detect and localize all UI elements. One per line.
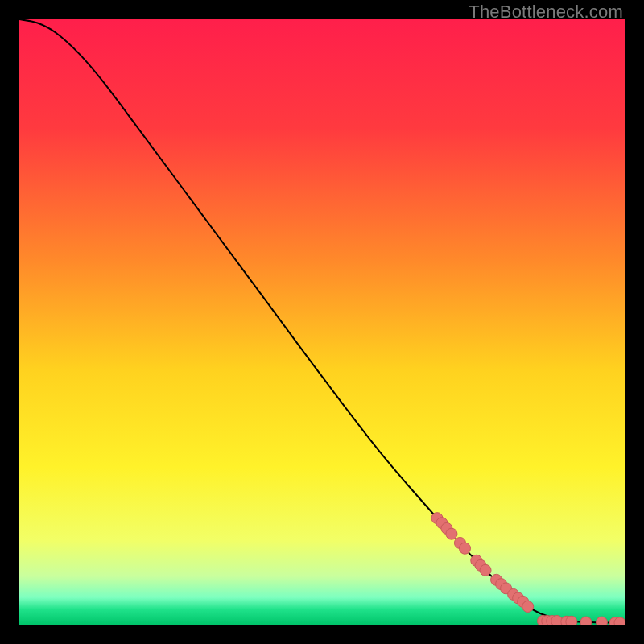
plot-frame xyxy=(19,19,625,625)
data-marker xyxy=(566,616,577,625)
data-marker xyxy=(596,617,607,625)
data-marker xyxy=(522,601,534,612)
data-marker xyxy=(480,564,491,576)
data-marker xyxy=(580,617,592,625)
data-marker xyxy=(446,528,457,539)
chart-background-gradient xyxy=(19,19,625,625)
chart-canvas xyxy=(19,19,625,625)
data-marker xyxy=(459,543,470,554)
